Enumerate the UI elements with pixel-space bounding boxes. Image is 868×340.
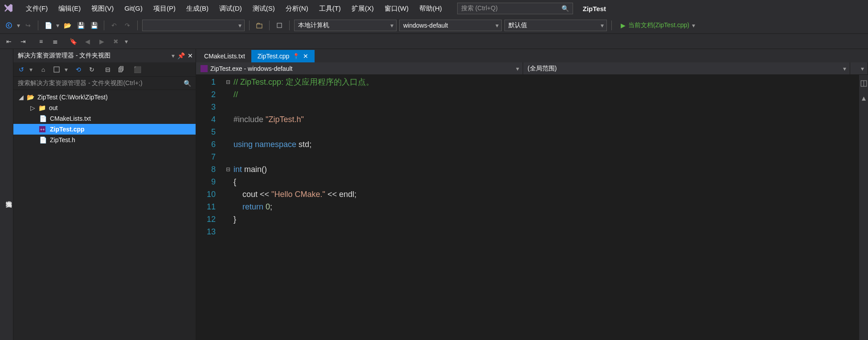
dropdown-icon[interactable]: ▾ bbox=[29, 66, 33, 73]
nav-back-button[interactable] bbox=[4, 20, 14, 31]
dropdown-icon[interactable]: ▾ bbox=[56, 22, 59, 29]
next-bookmark-button[interactable]: ▶ bbox=[96, 36, 107, 47]
tree-root[interactable]: ◢ 📂 ZipTest (C:\Work\ZipTest) bbox=[13, 92, 196, 102]
pin-icon[interactable]: 📌 bbox=[177, 52, 185, 59]
menu-item[interactable]: 工具(T) bbox=[314, 2, 346, 16]
vs-logo-icon bbox=[4, 2, 16, 15]
dropdown-icon[interactable]: ▾ bbox=[125, 38, 128, 45]
build-combo[interactable]: 默认值▾ bbox=[504, 20, 607, 31]
save-all-button[interactable]: 💾 bbox=[89, 20, 99, 31]
quick-search-placeholder: 搜索 (Ctrl+Q) bbox=[461, 4, 498, 12]
code-line[interactable]: int main() bbox=[233, 163, 859, 176]
dropdown-icon[interactable]: ▾ bbox=[65, 66, 68, 73]
line-number-gutter: 12345678910111213 bbox=[196, 75, 223, 340]
switch-view-icon[interactable] bbox=[51, 64, 62, 75]
close-icon[interactable]: ✕ bbox=[303, 53, 308, 60]
comment-button[interactable]: ≡ bbox=[36, 36, 46, 47]
nav-right-combo[interactable]: ▾ bbox=[850, 62, 868, 74]
show-all-icon[interactable]: 🗐 bbox=[116, 64, 127, 75]
run-button[interactable]: ▶ 当前文档(ZipTest.cpp) ▾ bbox=[616, 20, 700, 31]
new-file-button[interactable]: 📄 bbox=[43, 20, 53, 31]
save-button[interactable]: 💾 bbox=[75, 20, 86, 31]
code-line[interactable]: using namespace std; bbox=[233, 138, 859, 151]
outdent-button[interactable]: ⇤ bbox=[4, 36, 14, 47]
solution-explorer: 解决方案资源管理器 - 文件夹视图 ▾ 📌 ✕ ↺ ▾ ⌂ ▾ ⟲ ↻ ⊟ 🗐 … bbox=[13, 49, 196, 340]
line-number: 13 bbox=[196, 225, 216, 238]
menu-item[interactable]: 生成(B) bbox=[181, 2, 214, 16]
fold-column[interactable]: ⊟⊟ bbox=[223, 75, 233, 340]
code-content[interactable]: // ZipTest.cpp: 定义应用程序的入口点。//#include "Z… bbox=[233, 75, 859, 340]
close-icon[interactable]: ✕ bbox=[188, 52, 193, 59]
code-line[interactable]: { bbox=[233, 176, 859, 188]
menu-item[interactable]: 扩展(X) bbox=[346, 2, 379, 16]
nav-scope-combo[interactable]: ZipTest.exe - windows-default ▾ bbox=[196, 62, 523, 74]
menu-item[interactable]: Git(G) bbox=[119, 2, 148, 16]
code-line[interactable]: #include "ZipTest.h" bbox=[233, 113, 859, 126]
code-editor[interactable]: 12345678910111213 ⊟⊟ // ZipTest.cpp: 定义应… bbox=[196, 75, 868, 340]
split-icon[interactable]: ◫ bbox=[860, 77, 868, 89]
code-line[interactable] bbox=[233, 126, 859, 138]
tree-file-ziptest-h[interactable]: 📄 ZipTest.h bbox=[13, 135, 196, 145]
menu-item[interactable]: 分析(N) bbox=[280, 2, 314, 16]
code-line[interactable]: cout << "Hello CMake." << endl; bbox=[233, 188, 859, 201]
open-folder-button[interactable]: 📂 bbox=[62, 20, 73, 31]
config-combo-2[interactable]: windows-default▾ bbox=[399, 20, 502, 31]
search-icon: 🔍 bbox=[561, 5, 569, 12]
collapse-icon[interactable]: ⊟ bbox=[102, 64, 113, 75]
line-number: 6 bbox=[196, 138, 216, 151]
pin-icon[interactable]: 📍 bbox=[293, 53, 299, 59]
svg-text:++: ++ bbox=[40, 127, 45, 132]
tab-ziptest-cpp[interactable]: ZipTest.cpp 📍 ✕ bbox=[251, 50, 315, 62]
code-line[interactable] bbox=[233, 225, 859, 238]
code-line[interactable] bbox=[233, 101, 859, 113]
tab-cmakelists[interactable]: CMakeLists.txt bbox=[198, 50, 251, 62]
fold-toggle-icon[interactable]: ⊟ bbox=[223, 163, 233, 176]
menu-item[interactable]: 调试(D) bbox=[214, 2, 247, 16]
code-line[interactable]: // bbox=[233, 88, 859, 101]
editor-scroll-strip[interactable]: ◫ ▴ bbox=[859, 75, 868, 340]
line-number: 8 bbox=[196, 163, 216, 176]
uncomment-button[interactable]: ≣ bbox=[50, 36, 61, 47]
undo-button[interactable]: ↶ bbox=[109, 20, 119, 31]
nav-member-combo[interactable]: (全局范围) ▾ bbox=[523, 62, 850, 74]
refresh-icon[interactable]: ↻ bbox=[86, 64, 97, 75]
menu-item[interactable]: 窗口(W) bbox=[379, 2, 414, 16]
chevron-down-icon: ▾ bbox=[861, 65, 864, 72]
redo-button[interactable]: ↷ bbox=[122, 20, 133, 31]
sync-icon[interactable]: ⟲ bbox=[73, 64, 84, 75]
code-line[interactable] bbox=[233, 151, 859, 163]
tree-file-ziptest-cpp[interactable]: ++ ZipTest.cpp bbox=[13, 124, 196, 135]
indent-button[interactable]: ⇥ bbox=[18, 36, 29, 47]
svg-rect-2 bbox=[277, 23, 282, 28]
menu-item[interactable]: 文件(F) bbox=[20, 2, 53, 16]
fold-toggle-icon[interactable]: ⊟ bbox=[223, 76, 233, 88]
dropdown-icon[interactable]: ▾ bbox=[172, 52, 175, 59]
code-line[interactable]: // ZipTest.cpp: 定义应用程序的入口点。 bbox=[233, 76, 859, 88]
back-icon[interactable]: ↺ bbox=[16, 64, 27, 75]
chevron-up-icon[interactable]: ▴ bbox=[862, 92, 866, 104]
quick-search-input[interactable]: 搜索 (Ctrl+Q) 🔍 bbox=[457, 3, 573, 14]
menu-item[interactable]: 项目(P) bbox=[148, 2, 181, 16]
chevron-down-icon: ▾ bbox=[238, 22, 242, 29]
solution-search-input[interactable]: 搜索解决方案资源管理器 - 文件夹视图(Ctrl+;) 🔍 bbox=[13, 77, 196, 90]
solution-view-icon[interactable] bbox=[274, 20, 285, 31]
menu-item[interactable]: 帮助(H) bbox=[414, 2, 447, 16]
menu-item[interactable]: 测试(S) bbox=[247, 2, 280, 16]
menu-item[interactable]: 视图(V) bbox=[86, 2, 119, 16]
menu-item[interactable]: 编辑(E) bbox=[53, 2, 86, 16]
toggle-icon[interactable]: ⬛ bbox=[132, 64, 143, 75]
clear-bookmark-button[interactable]: ✖ bbox=[111, 36, 121, 47]
tree-file-cmakelists[interactable]: 📄 CMakeLists.txt bbox=[13, 113, 196, 124]
code-line[interactable]: } bbox=[233, 213, 859, 225]
dropdown-icon[interactable]: ▾ bbox=[17, 22, 20, 29]
bookmark-icon[interactable]: 🔖 bbox=[68, 36, 78, 47]
open-file-icon[interactable] bbox=[254, 20, 265, 31]
config-combo-1[interactable]: ▾ bbox=[142, 20, 245, 31]
target-combo[interactable]: 本地计算机▾ bbox=[294, 20, 397, 31]
tree-folder-out[interactable]: ▷ 📁 out bbox=[13, 102, 196, 113]
code-line[interactable]: return 0; bbox=[233, 201, 859, 213]
prev-bookmark-button[interactable]: ◀ bbox=[82, 36, 93, 47]
home-icon[interactable]: ⌂ bbox=[38, 64, 49, 75]
nav-fwd-button[interactable]: ↪ bbox=[23, 20, 33, 31]
left-tool-strip[interactable]: 文本编辑 bbox=[0, 49, 13, 340]
